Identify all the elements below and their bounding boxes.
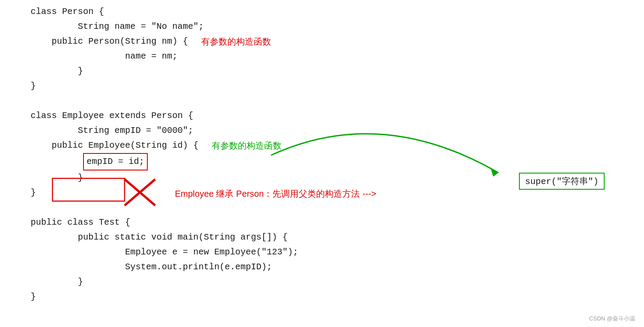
code-line-5: } — [31, 64, 613, 79]
code-line-9: public Employee(String id) { 有参数的构造函数 — [31, 138, 613, 153]
code-line-8: String empID = "0000"; — [31, 123, 613, 138]
code-text-9: public Employee(String id) { — [31, 138, 198, 153]
code-line-13: public class Test { — [31, 215, 613, 230]
code-line-1: class Person { — [31, 4, 613, 19]
code-line-18: } — [31, 289, 613, 304]
code-text-3: public Person(String nm) { — [31, 34, 188, 49]
code-line-4: name = nm; — [31, 49, 613, 64]
annotation-paramconstructor-employee: 有参数的构造函数 — [212, 138, 282, 153]
annotation-paramconstructor-person: 有参数的构造函数 — [201, 34, 271, 49]
code-line-16: System.out.println(e.empID); — [31, 260, 613, 275]
code-line-7: class Employee extends Person { — [31, 108, 613, 123]
code-line-3: public Person(String nm) { 有参数的构造函数 — [31, 34, 613, 49]
code-line-17: } — [31, 275, 613, 289]
code-line-10: empID = id; — [31, 153, 613, 170]
code-line-15: Employee e = new Employee("123"); — [31, 245, 613, 260]
super-call-box: super("字符串") — [519, 173, 605, 190]
code-line-14: public static void main(String args[]) { — [31, 230, 613, 245]
code-blank-2 — [31, 200, 613, 215]
code-line-2: String name = "No name"; — [31, 19, 613, 34]
empid-assignment-box: empID = id; — [83, 153, 148, 170]
code-line-6: } — [31, 79, 613, 94]
code-blank-1 — [31, 94, 613, 108]
watermark: CSDN @奋斗小温 — [589, 315, 635, 323]
